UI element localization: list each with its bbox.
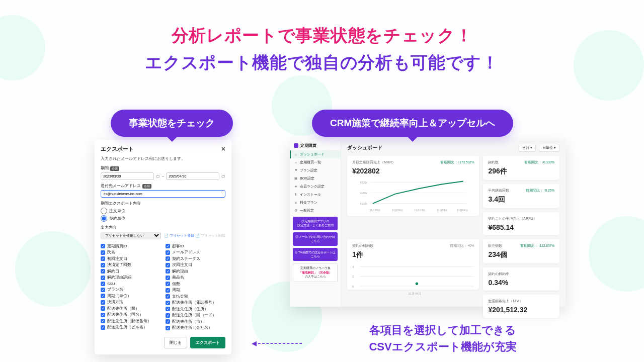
date-from-input[interactable]	[101, 172, 154, 180]
radio-order[interactable]: 注文単位	[101, 208, 225, 214]
export-field-checkbox[interactable]: ✓解約理由詳細	[101, 275, 160, 280]
export-field-checkbox[interactable]: ✓配送先住所（国名）	[101, 312, 160, 317]
export-field-checkbox[interactable]: ✓SKU	[101, 282, 160, 286]
check-icon: ✓	[101, 300, 105, 305]
headline-1: 分析レポートで事業状態をチェック！	[0, 24, 644, 47]
export-field-checkbox[interactable]: ✓配送先住所（国コード）	[166, 313, 225, 318]
arrow-icon: ◂- - - - - - - - - - -	[252, 337, 301, 349]
export-field-checkbox[interactable]: ✓決済方法	[101, 300, 160, 305]
export-field-checkbox[interactable]: ✓配送先住所（住所）	[166, 307, 225, 312]
svg-text:11月02日: 11月02日	[370, 209, 381, 212]
export-field-checkbox[interactable]: ✓メールアドレス	[166, 250, 225, 255]
sidebar-item[interactable]: ¥料金プラン	[290, 199, 341, 207]
nav-icon: ⌂	[294, 153, 298, 156]
export-field-checkbox[interactable]: ✓解約理由	[166, 269, 225, 274]
calendar-icon[interactable]: ▭	[221, 174, 225, 178]
date-to-input[interactable]	[166, 172, 219, 180]
export-field-checkbox[interactable]: ✓配送先住所（ビル名）	[101, 325, 160, 330]
cancel-button[interactable]: 閉じる	[164, 337, 187, 348]
export-field-checkbox[interactable]: ✓配送先住所（市）	[166, 319, 225, 324]
filter-unit[interactable]: 日単位 ▾	[539, 144, 559, 152]
export-field-checkbox[interactable]: ✓顧客ID	[166, 244, 225, 249]
check-icon: ✓	[101, 325, 105, 330]
export-field-checkbox[interactable]: ✓氏名	[101, 250, 160, 255]
stat-card: 契約の解約率0.34%	[483, 267, 559, 291]
sidebar-item[interactable]: ▣BOX設定	[290, 174, 341, 183]
nav-icon: ★	[294, 185, 298, 189]
export-field-checkbox[interactable]: ✓解約日	[101, 269, 160, 274]
check-icon: ✓	[101, 306, 105, 311]
export-field-checkbox[interactable]: ✓決済完了回数	[101, 262, 160, 267]
sidebar-item[interactable]: ★会員ランク設定	[290, 183, 341, 191]
export-field-checkbox[interactable]: ✓個数	[166, 282, 225, 287]
help-box[interactable]: ◎ メールでのお問い合わせはこちら	[293, 232, 338, 246]
export-field-checkbox[interactable]: ✓支払金額	[166, 294, 225, 299]
churn-yoy: 前期間比：+0%	[450, 244, 474, 248]
check-icon: ✓	[101, 276, 105, 280]
export-field-checkbox[interactable]: ✓配送先住所（電話番号）	[166, 300, 225, 305]
sidebar-item[interactable]: ⚑プラン設定	[290, 166, 341, 174]
section-period: 期間エクスポート内容	[101, 201, 225, 206]
svg-text:11月03日: 11月03日	[414, 209, 425, 212]
sidebar-item[interactable]: ⬇インストール	[290, 191, 341, 199]
preset-select[interactable]: プリセットを使用しない	[101, 232, 161, 239]
sidebar-item[interactable]: ≡定期購買一覧	[290, 158, 341, 166]
svg-text:11月04日: 11月04日	[409, 292, 421, 295]
mrr-title: 月額定期購買売上（MRR）	[352, 160, 395, 165]
check-icon: ✓	[101, 319, 105, 323]
export-subtitle: 入力されたメールアドレス宛にお送りします。	[101, 156, 225, 161]
export-button[interactable]: エクスポート	[190, 337, 225, 348]
mrr-card: 月額定期購買売上（MRR） 前期間比：↑173.502% ¥202802 ¥22…	[347, 156, 479, 216]
radio-contract[interactable]: 契約単位	[101, 215, 225, 222]
required-badge: 必須	[142, 184, 151, 189]
export-field-checkbox[interactable]: ✓商品名	[166, 275, 225, 280]
calendar-icon[interactable]: ▭	[156, 174, 160, 178]
svg-text:0: 0	[352, 285, 354, 288]
email-input[interactable]	[101, 190, 225, 198]
churn-card: 契約の解約数 前期間比：+0% 1件 4 2 0 11月04日	[347, 239, 479, 290]
export-field-checkbox[interactable]: ✓プラン名	[101, 287, 160, 292]
period-label: 期間	[101, 166, 109, 170]
stat-card: 契約数前期間比：↑0.339%296件	[483, 156, 559, 180]
pill-left: 事業状態をチェック	[111, 110, 233, 137]
export-field-checkbox[interactable]: ✓契約ステータス	[166, 256, 225, 261]
preset-delete-link[interactable]: 📄 プリセット削除	[195, 234, 225, 237]
export-field-checkbox[interactable]: ✓周期（単位）	[101, 294, 160, 299]
check-icon: ✓	[101, 244, 105, 248]
stat-card: 生涯顧客売上（LTV）¥201,512.32	[483, 295, 559, 318]
filter-month[interactable]: 当月 ▾	[519, 144, 536, 152]
section-output: 出力内容	[101, 225, 225, 230]
export-field-checkbox[interactable]: ✓配送先住所（会社名）	[166, 325, 225, 330]
date-sep: ~	[162, 174, 165, 178]
close-icon[interactable]: ×	[221, 145, 225, 153]
export-field-checkbox[interactable]: ✓初回注文日	[101, 256, 160, 261]
preset-register-link[interactable]: 📄 プリセット登録	[164, 234, 194, 237]
churn-value: 1件	[352, 250, 474, 259]
svg-text:11月03日: 11月03日	[392, 209, 403, 212]
export-field-checkbox[interactable]: ✓配送先住所（県）	[101, 306, 160, 311]
sidebar-item[interactable]: ⚙一般設定	[290, 207, 341, 215]
nav-icon: ⬇	[294, 193, 298, 197]
pill-right: CRM施策で継続率向上＆アップセルへ	[312, 110, 513, 137]
brand-icon	[294, 143, 298, 148]
help-box[interactable]: ◎ TV画面での設定サポートはこちら	[293, 248, 338, 261]
svg-text:4: 4	[352, 265, 354, 268]
sidebar-item[interactable]: ⌂ダッシュボード	[290, 150, 341, 158]
export-field-checkbox[interactable]: ✓次回注文日	[166, 262, 225, 267]
churn-title: 契約の解約数	[352, 243, 373, 248]
sidebar: 定期購買 ⌂ダッシュボード≡定期購買一覧⚑プラン設定▣BOX設定★会員ランク設定…	[290, 140, 341, 307]
mrr-chart: ¥220k ¥180k ¥110k 11月02日 11月03日 11月03日 1…	[352, 177, 474, 214]
churn-chart: 4 2 0 11月04日	[352, 261, 474, 299]
help-white-box[interactable]: 定期購買のノウハウ集 「徹底解説」（完全版） の入手はこちら	[293, 263, 338, 282]
export-field-checkbox[interactable]: ✓定期購買ID	[101, 244, 160, 249]
check-icon: ✓	[166, 294, 170, 299]
check-icon: ✓	[166, 288, 170, 293]
brand-name: 定期購買	[300, 143, 316, 148]
dashboard-panel: ⚙ ⋯ 定期購買 ⌂ダッシュボード≡定期購買一覧⚑プラン設定▣BOX設定★会員ラ…	[290, 140, 566, 307]
svg-text:¥180k: ¥180k	[360, 192, 368, 195]
export-field-checkbox[interactable]: ✓周期	[166, 288, 225, 293]
help-box[interactable]: ◎ 定期購買アプリの設定方法・よくあるご質問	[293, 217, 338, 230]
check-icon: ✓	[101, 263, 105, 267]
export-field-checkbox[interactable]: ✓配送先住所（郵便番号）	[101, 319, 160, 324]
required-badge: 必須	[110, 166, 119, 171]
